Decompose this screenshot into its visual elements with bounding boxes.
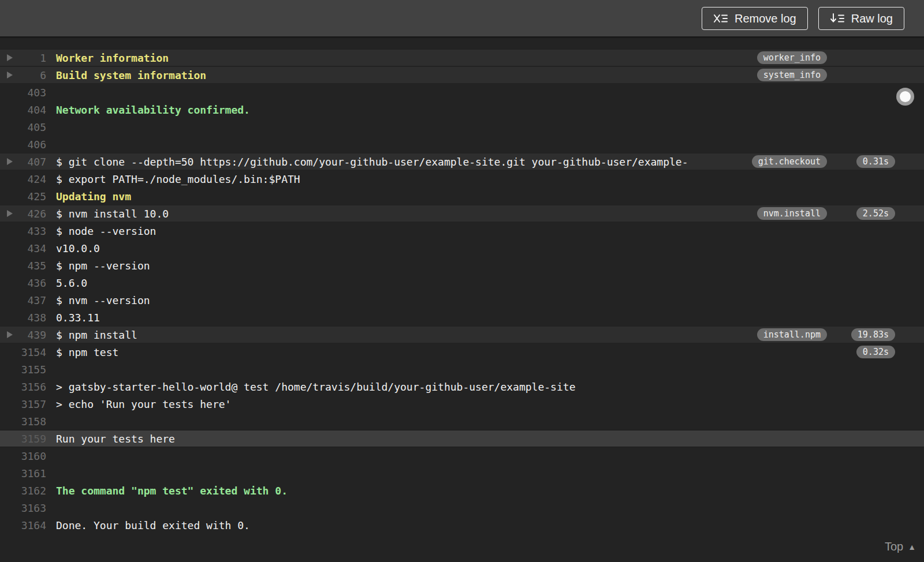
log-row: 3155 — [0, 361, 924, 378]
log-row: 406 — [0, 136, 924, 153]
log-line-text: The command "npm test" exited with 0. — [56, 485, 288, 497]
back-to-top-label: Top — [885, 540, 903, 553]
log-line-text: $ git clone --depth=50 https://github.co… — [56, 156, 688, 168]
log-line-text: Build system information — [56, 69, 206, 81]
fold-arrow-cell — [0, 54, 20, 61]
log-row: 1Worker informationworker_info — [0, 49, 924, 66]
line-number[interactable]: 3164 — [20, 519, 46, 531]
log-line-text: Run your tests here — [56, 433, 175, 445]
line-number[interactable]: 3154 — [20, 346, 46, 358]
log-line-text: $ node --version — [56, 225, 156, 237]
scroll-position-indicator[interactable] — [896, 88, 914, 106]
log-line-text: > gatsby-starter-hello-world@ test /home… — [56, 381, 575, 393]
back-to-top-link[interactable]: Top ▲ — [885, 540, 916, 553]
line-number[interactable]: 434 — [20, 242, 46, 254]
duration-slot: 2.52s — [849, 207, 895, 220]
row-badges: git.checkout0.31s — [752, 153, 895, 170]
toolbar: Remove log Raw log — [0, 0, 924, 38]
log-row: 3154$ npm test0.32s — [0, 343, 924, 361]
line-number[interactable]: 424 — [20, 173, 46, 185]
fold-arrow-cell — [0, 210, 20, 217]
line-number[interactable]: 439 — [20, 329, 46, 341]
log-line-text: 0.33.11 — [56, 312, 100, 324]
log-line-text: Network availability confirmed. — [56, 104, 250, 116]
log-line-text: $ nvm install 10.0 — [56, 208, 169, 220]
line-number[interactable]: 3157 — [20, 398, 46, 410]
raw-log-label: Raw log — [851, 13, 893, 24]
log-row: 4365.6.0 — [0, 274, 924, 291]
line-number[interactable]: 1 — [20, 52, 46, 64]
log-row: 434v10.0.0 — [0, 239, 924, 257]
log-row: 3159Run your tests here — [0, 430, 924, 447]
fold-toggle-icon[interactable] — [7, 72, 13, 78]
fold-arrow-cell — [0, 331, 20, 338]
line-number[interactable]: 6 — [20, 69, 46, 81]
row-badges: 0.32s — [827, 343, 895, 361]
line-number[interactable]: 437 — [20, 294, 46, 306]
fold-toggle-icon[interactable] — [7, 54, 13, 61]
log-row: 403 — [0, 84, 924, 101]
log-line-text: $ npm install — [56, 329, 137, 341]
log-line-text: $ export PATH=./node_modules/.bin:$PATH — [56, 173, 300, 185]
duration-slot: 19.83s — [849, 328, 895, 342]
row-badges: nvm.install2.52s — [757, 205, 895, 222]
row-badges: worker_info — [757, 49, 895, 66]
fold-tag-badge: git.checkout — [752, 155, 827, 168]
duration-slot: 0.32s — [849, 346, 895, 359]
log-row: 3162The command "npm test" exited with 0… — [0, 482, 924, 499]
remove-log-button[interactable]: Remove log — [702, 7, 808, 30]
line-number[interactable]: 433 — [20, 225, 46, 237]
log-row: 439$ npm installinstall.npm19.83s — [0, 326, 924, 343]
scroll-position-dot — [900, 91, 911, 102]
fold-tag-badge: nvm.install — [757, 207, 827, 220]
log-row: 3158 — [0, 413, 924, 430]
fold-toggle-icon[interactable] — [7, 158, 13, 165]
log-row: 3160 — [0, 447, 924, 464]
line-number[interactable]: 3160 — [20, 450, 46, 462]
log-row: 6Build system informationsystem_info — [0, 66, 924, 84]
log-line-text: $ npm test — [56, 346, 118, 358]
log-row: 426$ nvm install 10.0nvm.install2.52s — [0, 205, 924, 222]
row-badges: system_info — [757, 66, 895, 84]
line-number[interactable]: 406 — [20, 138, 46, 151]
line-number[interactable]: 3161 — [20, 467, 46, 479]
duration-badge: 0.31s — [856, 155, 895, 168]
log-row: 405 — [0, 118, 924, 136]
line-number[interactable]: 3162 — [20, 485, 46, 497]
line-number[interactable]: 403 — [20, 87, 46, 99]
log-row: 3156> gatsby-starter-hello-world@ test /… — [0, 378, 924, 395]
build-log: 1Worker informationworker_info6Build sys… — [0, 38, 924, 560]
line-number[interactable]: 3159 — [20, 433, 46, 445]
log-row: 424$ export PATH=./node_modules/.bin:$PA… — [0, 170, 924, 188]
log-row: 3163 — [0, 499, 924, 516]
log-line-text: Worker information — [56, 52, 169, 64]
fold-toggle-icon[interactable] — [7, 331, 13, 338]
raw-log-button[interactable]: Raw log — [818, 7, 904, 30]
line-number[interactable]: 3163 — [20, 502, 46, 514]
line-number[interactable]: 3155 — [20, 364, 46, 376]
duration-badge: 19.83s — [851, 328, 895, 342]
line-number[interactable]: 438 — [20, 312, 46, 324]
log-line-text: $ npm --version — [56, 260, 150, 272]
log-row: 425Updating nvm — [0, 188, 924, 205]
line-number[interactable]: 404 — [20, 104, 46, 116]
log-row: 3157> echo 'Run your tests here' — [0, 395, 924, 413]
line-number[interactable]: 425 — [20, 190, 46, 203]
log-row: 3164Done. Your build exited with 0. — [0, 516, 924, 534]
line-number[interactable]: 3158 — [20, 415, 46, 428]
line-number[interactable]: 426 — [20, 208, 46, 220]
line-number[interactable]: 436 — [20, 277, 46, 289]
fold-arrow-cell — [0, 158, 20, 165]
remove-log-icon — [713, 13, 728, 24]
line-number[interactable]: 3156 — [20, 381, 46, 393]
log-line-text: v10.0.0 — [56, 242, 100, 254]
fold-toggle-icon[interactable] — [7, 210, 13, 217]
log-line-text: Done. Your build exited with 0. — [56, 519, 250, 531]
duration-badge: 2.52s — [856, 207, 895, 220]
fold-tag-badge: install.npm — [757, 328, 827, 342]
line-number[interactable]: 435 — [20, 260, 46, 272]
raw-log-icon — [830, 13, 845, 24]
log-line-text: 5.6.0 — [56, 277, 87, 289]
line-number[interactable]: 407 — [20, 156, 46, 168]
line-number[interactable]: 405 — [20, 121, 46, 133]
